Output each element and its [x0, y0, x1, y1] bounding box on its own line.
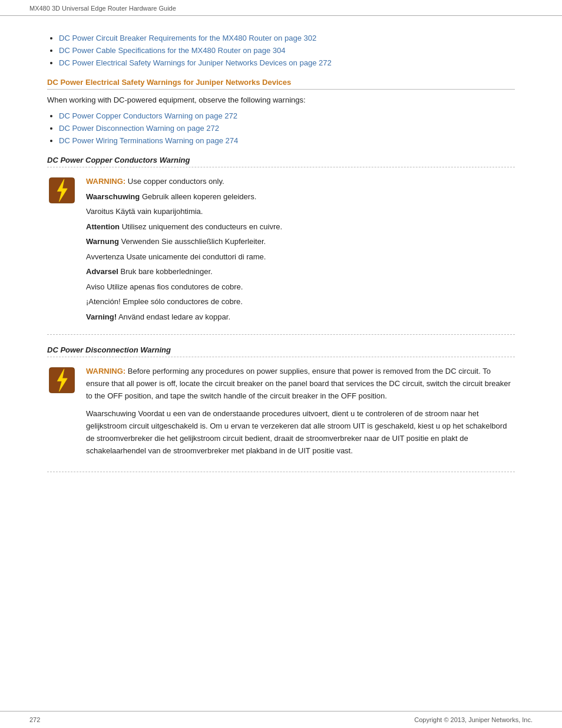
copper-warning-first-line: WARNING: Use copper conductors only.: [86, 176, 515, 187]
lightning-bolt-icon: [48, 177, 75, 204]
copyright: Copyright © 2013, Juniper Networks, Inc.: [414, 716, 533, 723]
list-item: DC Power Circuit Breaker Requirements fo…: [59, 34, 515, 42]
copper-warning-heading: DC Power Copper Conductors Warning: [47, 156, 515, 164]
copper-warning-inner: WARNING: Use copper conductors only. Waa…: [47, 176, 515, 326]
disconnection-warning-content: WARNING: Before performing any procedure…: [86, 365, 515, 463]
disconnection-warning-inner: WARNING: Before performing any procedure…: [47, 365, 515, 463]
section-heading: DC Power Electrical Safety Warnings for …: [47, 78, 515, 90]
copper-line-3: Attention Utilisez uniquement des conduc…: [86, 221, 515, 233]
subsection-links: DC Power Copper Conductors Warning on pa…: [47, 111, 515, 145]
copper-warning-content: WARNING: Use copper conductors only. Waa…: [86, 176, 515, 326]
copper-line-6: Advarsel Bruk bare kobberledninger.: [86, 266, 515, 278]
section-intro: When working with DC-powered equipment, …: [47, 95, 515, 104]
toc-link-2[interactable]: DC Power Cable Specifications for the MX…: [59, 46, 285, 55]
copper-line-4: Warnung Verwenden Sie ausschließlich Kup…: [86, 236, 515, 248]
disconnection-dutch-para: Waarschuwing Voordat u een van de onders…: [86, 408, 515, 457]
lightning-bolt-icon-2: [48, 367, 75, 394]
footer: 272 Copyright © 2013, Juniper Networks, …: [0, 711, 562, 728]
toc-links: DC Power Circuit Breaker Requirements fo…: [47, 34, 515, 67]
top-bar: MX480 3D Universal Edge Router Hardware …: [0, 0, 562, 16]
list-item: DC Power Electrical Safety Warnings for …: [59, 58, 515, 67]
copper-line-5: Avvertenza Usate unicamente dei condutto…: [86, 251, 515, 263]
page-container: MX480 3D Universal Edge Router Hardware …: [0, 0, 562, 728]
toc-link-3[interactable]: DC Power Electrical Safety Warnings for …: [59, 58, 332, 67]
list-item: DC Power Disconnection Warning on page 2…: [59, 124, 515, 133]
copper-line-8: ¡Atención! Emplee sólo conductores de co…: [86, 296, 515, 308]
copper-line-2: Varoitus Käytä vain kuparijohtimia.: [86, 206, 515, 218]
warning-label: WARNING:: [86, 177, 125, 186]
toc-link-1[interactable]: DC Power Circuit Breaker Requirements fo…: [59, 34, 316, 42]
main-content: DC Power Circuit Breaker Requirements fo…: [0, 16, 562, 711]
subsection-link-1[interactable]: DC Power Copper Conductors Warning on pa…: [59, 111, 237, 120]
warning-icon-2: [47, 365, 77, 395]
list-item: DC Power Cable Specifications for the MX…: [59, 46, 515, 55]
disconnection-warning-heading: DC Power Disconnection Warning: [47, 345, 515, 354]
page-number: 272: [29, 716, 40, 723]
copper-line-1: Waarschuwing Gebruik alleen koperen gele…: [86, 191, 515, 203]
subsection-link-3[interactable]: DC Power Wiring Terminations Warning on …: [59, 136, 238, 145]
list-item: DC Power Copper Conductors Warning on pa…: [59, 111, 515, 120]
subsection-link-2[interactable]: DC Power Disconnection Warning on page 2…: [59, 124, 219, 133]
copper-warning-block: WARNING: Use copper conductors only. Waa…: [47, 167, 515, 335]
copper-line-7: Aviso Utilize apenas fios condutores de …: [86, 281, 515, 293]
disconnection-first-para: WARNING: Before performing any procedure…: [86, 365, 515, 402]
guide-title: MX480 3D Universal Edge Router Hardware …: [29, 5, 176, 12]
copper-line-9: Varning! Använd endast ledare av koppar.: [86, 311, 515, 323]
disconnection-warning-block: WARNING: Before performing any procedure…: [47, 357, 515, 472]
warning-icon: [47, 176, 77, 205]
list-item: DC Power Wiring Terminations Warning on …: [59, 136, 515, 145]
disconnection-warning-label: WARNING:: [86, 367, 125, 375]
